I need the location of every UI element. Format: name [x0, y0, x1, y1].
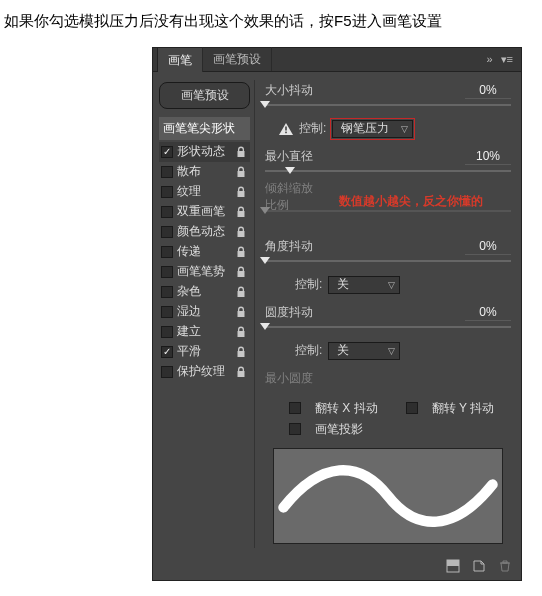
checkbox-icon[interactable] [161, 326, 173, 338]
angle-jitter-slider[interactable] [265, 258, 511, 268]
opt-label: 平滑 [177, 343, 230, 360]
brush-options-list: 画笔预设 画笔笔尖形状 形状动态 散布 纹理 双重画笔 [153, 80, 255, 548]
chevron-down-icon: ▽ [401, 124, 408, 134]
roundness-jitter-slider[interactable] [265, 324, 511, 334]
min-roundness-row: 最小圆度 [265, 368, 511, 390]
opt-dual-brush[interactable]: 双重画笔 [159, 202, 250, 222]
lock-icon[interactable] [234, 325, 248, 339]
checkbox-icon[interactable] [161, 286, 173, 298]
new-preset-icon[interactable] [471, 558, 487, 574]
collapse-icon[interactable]: » [482, 53, 496, 65]
opt-scatter[interactable]: 散布 [159, 162, 250, 182]
control-row-1: 控制: 钢笔压力 ▽ [265, 120, 511, 138]
opt-texture[interactable]: 纹理 [159, 182, 250, 202]
opt-noise[interactable]: 杂色 [159, 282, 250, 302]
lock-icon[interactable] [234, 345, 248, 359]
lock-icon[interactable] [234, 205, 248, 219]
flip-x-checkbox[interactable] [289, 402, 301, 414]
opt-brush-pose[interactable]: 画笔笔势 [159, 262, 250, 282]
brush-panel: 画笔 画笔预设 » ▾≡ 画笔预设 画笔笔尖形状 形状动态 散布 纹理 [152, 47, 522, 581]
warning-icon [279, 123, 293, 135]
checkbox-icon[interactable] [161, 206, 173, 218]
checkbox-icon[interactable] [161, 166, 173, 178]
checkbox-icon[interactable] [161, 246, 173, 258]
lock-icon[interactable] [234, 305, 248, 319]
size-jitter-slider[interactable] [265, 102, 511, 112]
angle-jitter-value[interactable]: 0% [465, 239, 511, 255]
opt-label: 建立 [177, 323, 230, 340]
opt-label: 颜色动态 [177, 223, 230, 240]
svg-rect-0 [285, 126, 287, 130]
lock-icon[interactable] [234, 265, 248, 279]
roundness-jitter-row: 圆度抖动 0% [265, 302, 511, 324]
opt-build-up[interactable]: 建立 [159, 322, 250, 342]
control-label: 控制: [299, 120, 326, 137]
flip-row: 翻转 X 抖动 翻转 Y 抖动 [265, 396, 511, 421]
checkbox-icon[interactable] [161, 146, 173, 158]
min-diameter-row: 最小直径 10% [265, 146, 511, 168]
tab-brush[interactable]: 画笔 [157, 47, 203, 72]
lock-icon[interactable] [234, 185, 248, 199]
min-diameter-label: 最小直径 [265, 148, 321, 165]
brush-projection-checkbox[interactable] [289, 423, 301, 435]
lock-icon[interactable] [234, 365, 248, 379]
brush-tip-shape-header[interactable]: 画笔笔尖形状 [159, 117, 250, 140]
opt-shape-dynamics[interactable]: 形状动态 [159, 142, 250, 162]
lock-icon[interactable] [234, 245, 248, 259]
size-jitter-value[interactable]: 0% [465, 83, 511, 99]
min-diameter-value[interactable]: 10% [465, 149, 511, 165]
svg-rect-1 [285, 131, 287, 133]
control-label: 控制: [295, 276, 322, 293]
panel-titlebar: 画笔 画笔预设 » ▾≡ [153, 48, 521, 72]
opt-smoothing[interactable]: 平滑 [159, 342, 250, 362]
select-value: 关 [337, 276, 349, 293]
checkbox-icon[interactable] [161, 346, 173, 358]
trash-icon[interactable] [497, 558, 513, 574]
tab-brush-preset[interactable]: 画笔预设 [203, 47, 272, 71]
panel-menu-icon[interactable]: ▾≡ [497, 53, 517, 66]
lock-icon[interactable] [234, 165, 248, 179]
opt-transfer[interactable]: 传递 [159, 242, 250, 262]
flip-y-checkbox[interactable] [406, 402, 418, 414]
page-caption: 如果你勾选模拟压力后没有出现这个效果的话，按F5进入画笔设置 [0, 0, 542, 47]
roundness-jitter-value[interactable]: 0% [465, 305, 511, 321]
control-row-2: 控制: 关 ▽ [265, 276, 511, 294]
lock-icon[interactable] [234, 225, 248, 239]
brush-preset-button[interactable]: 画笔预设 [159, 82, 250, 109]
angle-jitter-row: 角度抖动 0% [265, 236, 511, 258]
panel-footer [153, 554, 521, 580]
size-jitter-label: 大小抖动 [265, 82, 321, 99]
lock-icon[interactable] [234, 145, 248, 159]
toggle-preview-icon[interactable] [445, 558, 461, 574]
opt-label: 散布 [177, 163, 230, 180]
checkbox-icon[interactable] [161, 306, 173, 318]
checkbox-icon[interactable] [161, 186, 173, 198]
opt-label: 画笔笔势 [177, 263, 230, 280]
flip-y-label: 翻转 Y 抖动 [432, 400, 494, 417]
size-jitter-row: 大小抖动 0% [265, 80, 511, 102]
opt-label: 传递 [177, 243, 230, 260]
checkbox-icon[interactable] [161, 266, 173, 278]
opt-label: 纹理 [177, 183, 230, 200]
select-value: 钢笔压力 [341, 120, 389, 137]
checkbox-icon[interactable] [161, 366, 173, 378]
opt-wet-edges[interactable]: 湿边 [159, 302, 250, 322]
min-diameter-slider[interactable] [265, 168, 511, 178]
opt-protect-texture[interactable]: 保护纹理 [159, 362, 250, 382]
control-select-roundness[interactable]: 关 ▽ [328, 342, 400, 360]
brush-projection-label: 画笔投影 [315, 421, 363, 438]
control-select-angle[interactable]: 关 ▽ [328, 276, 400, 294]
opt-label: 形状动态 [177, 143, 230, 160]
svg-rect-3 [447, 560, 459, 566]
control-select-pen-pressure[interactable]: 钢笔压力 ▽ [332, 120, 413, 138]
opt-label: 保护纹理 [177, 363, 230, 380]
opt-color-dynamics[interactable]: 颜色动态 [159, 222, 250, 242]
select-value: 关 [337, 342, 349, 359]
opt-label: 双重画笔 [177, 203, 230, 220]
lock-icon[interactable] [234, 285, 248, 299]
roundness-jitter-label: 圆度抖动 [265, 304, 321, 321]
angle-jitter-label: 角度抖动 [265, 238, 321, 255]
opt-label: 杂色 [177, 283, 230, 300]
min-roundness-label: 最小圆度 [265, 370, 321, 387]
checkbox-icon[interactable] [161, 226, 173, 238]
